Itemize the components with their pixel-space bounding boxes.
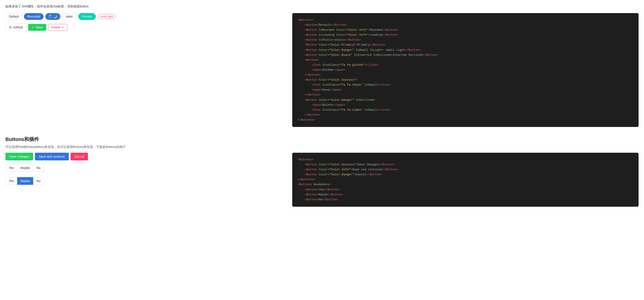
check-icon	[32, 26, 34, 29]
demo-area-1: Default Rounded 🌙 static Primary small L…	[6, 13, 285, 127]
yes-button-2[interactable]: Yes	[6, 177, 17, 185]
github-button[interactable]: ⊙ GitHub	[6, 24, 26, 31]
github-icon: ⊙	[9, 25, 12, 29]
section-1: Default Rounded 🌙 static Primary small L…	[6, 13, 638, 127]
times-icon	[62, 26, 64, 29]
maybe-button-2[interactable]: Maybe	[17, 177, 33, 185]
buttons-row-3: Save changes Save and continue Cancel	[6, 153, 285, 160]
section2-subtitle: 可以使用Field的HasAddons来实现，也可以使用Buttons来实现，下…	[6, 145, 638, 149]
small-light-button[interactable]: small Light	[98, 14, 116, 19]
demo-area-2: Save changes Save and continue Cancel Ye…	[6, 153, 285, 207]
save-changes-button[interactable]: Save changes	[6, 153, 33, 160]
rounded-button[interactable]: Rounded	[24, 13, 44, 20]
static-button: static	[62, 13, 76, 20]
section-2: Save changes Save and continue Cancel Ye…	[6, 153, 638, 207]
no-button-2[interactable]: No	[33, 177, 44, 185]
btn-group-1: Yes Maybe No	[6, 164, 285, 172]
no-button-1[interactable]: No	[33, 164, 44, 172]
section2-title: Buttons和插件	[6, 136, 638, 143]
yes-button-1[interactable]: Yes	[6, 164, 17, 172]
default-button[interactable]: Default	[6, 13, 22, 20]
buttons-row-1: Default Rounded 🌙 static Primary small L…	[6, 13, 285, 20]
primary-button[interactable]: Primary	[78, 13, 96, 20]
delete-button[interactable]: Delete	[48, 24, 68, 31]
top-note: 如果添加了,href属性，组件会表现为a标签，否则就是button	[6, 5, 638, 9]
loading-button[interactable]: 🌙	[45, 13, 60, 20]
loading-spinner	[49, 15, 52, 18]
moon-icon: 🌙	[53, 15, 57, 18]
code-block-1: <Buttons> <Button>Default</Button> <Butt…	[292, 13, 638, 127]
cancel-button[interactable]: Cancel	[70, 153, 88, 160]
save-continue-button[interactable]: Save and continue	[35, 153, 69, 160]
btn-group-2: Yes Maybe No	[6, 177, 285, 185]
maybe-button-1[interactable]: Maybe	[17, 164, 33, 172]
code-block-2: <Buttons> <Button Color="Color.Success">…	[292, 153, 638, 207]
buttons-row-2: ⊙ GitHub Save Delete	[6, 24, 285, 31]
save-button[interactable]: Save	[28, 24, 46, 31]
